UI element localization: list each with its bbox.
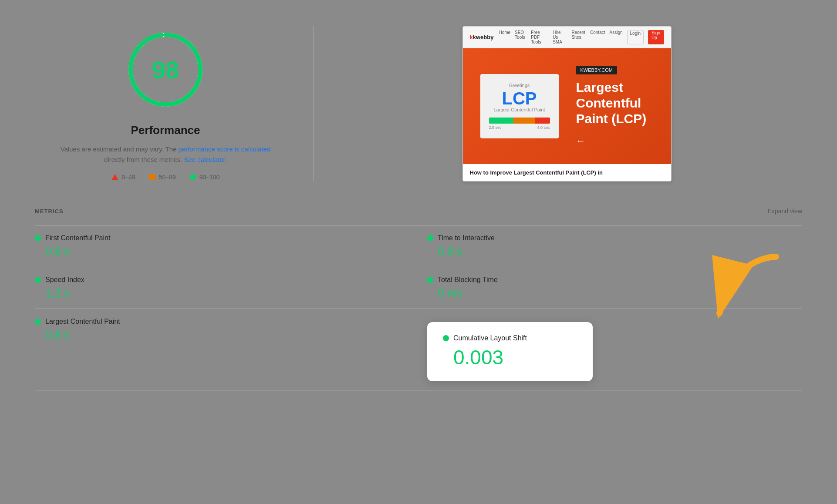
performance-desc: Values are estimated and may vary. The p… xyxy=(57,144,274,165)
metrics-grid: First Contentful Paint 0.8 s Time to Int… xyxy=(35,225,802,309)
lcp-left-box: Greetings LCP Largest Contentful Paint 2… xyxy=(480,74,559,138)
screenshot-caption: How to Improve Largest Contentful Paint … xyxy=(463,164,671,181)
legend-row: 0–49 50–89 90–100 xyxy=(111,174,220,181)
screenshot-nav: kkwebby Home SEO Tools Free PDF Tools Hi… xyxy=(463,27,671,48)
lcp-bar xyxy=(489,118,550,124)
si-value: 1.2 s xyxy=(45,286,392,300)
cls-label: Cumulative Layout Shift xyxy=(453,334,527,342)
metrics-header: METRICS Expand view xyxy=(35,208,802,215)
orange-square-icon xyxy=(149,174,155,180)
fcp-value: 0.8 s xyxy=(45,245,392,258)
legend-item-red: 0–49 xyxy=(111,174,135,181)
metric-item-cls-wrapper: Cumulative Layout Shift 0.003 xyxy=(418,309,802,390)
cls-value: 0.003 xyxy=(453,346,577,369)
lcp-metric-value: 0.8 s xyxy=(45,328,392,342)
legend-item-orange: 50–89 xyxy=(149,174,176,181)
si-label: Speed Index xyxy=(45,276,84,284)
orange-arrow-icon xyxy=(698,252,785,322)
desc-end: . xyxy=(225,156,227,163)
nav-links: Home SEO Tools Free PDF Tools Hire Us SM… xyxy=(499,30,664,44)
cls-dot xyxy=(443,335,449,341)
legend-range2: 50–89 xyxy=(159,174,176,181)
calculator-link[interactable]: See calculator xyxy=(184,156,225,163)
tbt-label: Total Blocking Time xyxy=(438,276,498,284)
legend-range1: 0–49 xyxy=(122,174,135,181)
metric-item-fcp: First Contentful Paint 0.8 s xyxy=(35,225,418,267)
desc-middle: directly from these metrics. xyxy=(104,156,184,163)
score-circle: 98 xyxy=(122,26,209,113)
vertical-divider xyxy=(314,26,314,181)
desc-before: Values are estimated and may vary. The xyxy=(61,145,179,153)
score-value: 98 xyxy=(152,56,179,84)
nav-logo: kkwebby xyxy=(470,34,494,40)
fcp-dot xyxy=(35,235,41,241)
tti-dot xyxy=(427,235,433,241)
tti-label: Time to Interactive xyxy=(438,234,495,242)
expand-view-button[interactable]: Expand view xyxy=(768,208,802,215)
perf-score-link[interactable]: performance score is calculated xyxy=(179,145,271,153)
lcp-metric-dot xyxy=(35,319,41,325)
metrics-last-row: Largest Contentful Paint 0.8 s xyxy=(35,309,802,390)
right-panel: kkwebby Home SEO Tools Free PDF Tools Hi… xyxy=(331,26,802,181)
screenshot-image: Greetings LCP Largest Contentful Paint 2… xyxy=(463,48,671,164)
screenshot-card: kkwebby Home SEO Tools Free PDF Tools Hi… xyxy=(462,26,672,181)
legend-item-green: 90–100 xyxy=(190,174,220,181)
metric-item-si: Speed Index 1.2 s xyxy=(35,267,418,309)
cls-highlight-card: Cumulative Layout Shift 0.003 xyxy=(427,322,593,381)
top-section: 98 Performance Values are estimated and … xyxy=(35,26,802,181)
metrics-section-title: METRICS xyxy=(35,208,64,215)
metrics-section: METRICS Expand view First Contentful Pai… xyxy=(35,208,802,390)
lcp-metric-label: Largest Contentful Paint xyxy=(45,318,120,326)
fcp-label: First Contentful Paint xyxy=(45,234,110,242)
left-panel: 98 Performance Values are estimated and … xyxy=(35,26,296,181)
metric-item-lcp: Largest Contentful Paint 0.8 s xyxy=(35,309,418,390)
red-triangle-icon xyxy=(111,174,118,180)
legend-range3: 90–100 xyxy=(199,174,220,181)
tbt-dot xyxy=(427,277,433,283)
main-container: 98 Performance Values are estimated and … xyxy=(0,0,837,417)
si-dot xyxy=(35,277,41,283)
green-circle-icon xyxy=(190,174,196,180)
performance-title: Performance xyxy=(131,124,200,137)
lcp-right-text: KWEBBY.COM Largest Contentful Paint (LCP… xyxy=(576,66,654,147)
